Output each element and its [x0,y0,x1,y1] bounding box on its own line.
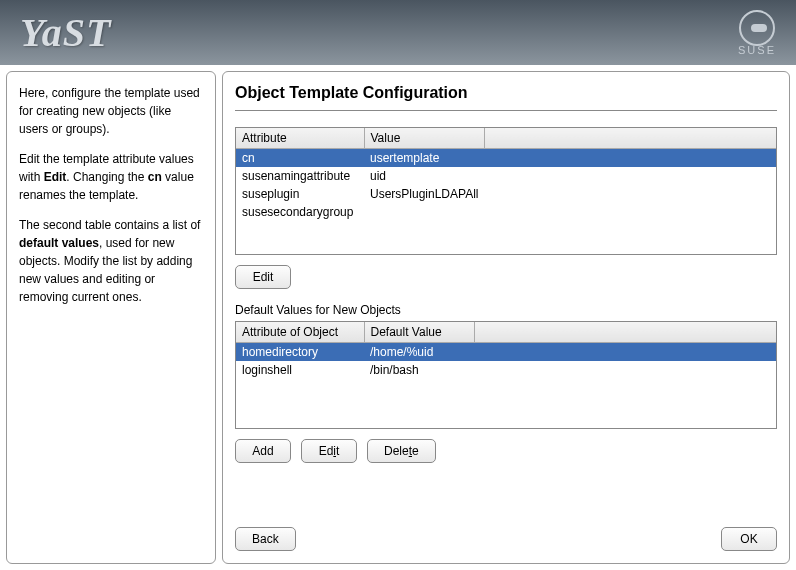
help-p3: The second table contains a list of defa… [19,216,203,306]
col-attribute[interactable]: Attribute [236,128,364,149]
edit-attribute-button[interactable]: Edit [235,265,291,289]
help-sidebar: Here, configure the template used for cr… [6,71,216,564]
cell-attr: loginshell [236,361,364,379]
col-filler [485,128,777,149]
defaults-table: Attribute of Object Default Value homedi… [236,322,776,379]
attributes-table: Attribute Value cnusertemplatesusenaming… [236,128,776,221]
table-row[interactable]: loginshell/bin/bash [236,361,776,379]
cell-val: uid [364,167,485,185]
col-value[interactable]: Value [364,128,485,149]
cell-attr: suseplugin [236,185,364,203]
col-attr-object[interactable]: Attribute of Object [236,322,364,343]
table-row[interactable]: homedirectory/home/%uid [236,343,776,362]
cell-val: /bin/bash [364,361,474,379]
table-row[interactable]: cnusertemplate [236,149,776,168]
cell-val [364,203,485,221]
attributes-table-wrap[interactable]: Attribute Value cnusertemplatesusenaming… [235,127,777,255]
col-filler2 [474,322,776,343]
suse-logo: SUSE [738,10,776,56]
back-button[interactable]: Back [235,527,296,551]
suse-icon [739,10,775,46]
cell-attr: homedirectory [236,343,364,362]
yast-logo: YaST [20,9,111,56]
col-default-value[interactable]: Default Value [364,322,474,343]
ok-button[interactable]: OK [721,527,777,551]
help-p1: Here, configure the template used for cr… [19,84,203,138]
title-separator [235,110,777,111]
defaults-table-wrap[interactable]: Attribute of Object Default Value homedi… [235,321,777,429]
defaults-label: Default Values for New Objects [235,303,777,317]
main-panel: Object Template Configuration Attribute … [222,71,790,564]
cell-attr: susesecondarygroup [236,203,364,221]
page-title: Object Template Configuration [235,84,777,102]
cell-val: /home/%uid [364,343,474,362]
app-header: YaST SUSE [0,0,796,65]
cell-val: usertemplate [364,149,485,168]
add-button[interactable]: Add [235,439,291,463]
edit-default-button[interactable]: Edit [301,439,357,463]
table-row[interactable]: susesecondarygroup [236,203,776,221]
delete-button[interactable]: Delete [367,439,436,463]
cell-attr: cn [236,149,364,168]
table-row[interactable]: susenamingattributeuid [236,167,776,185]
cell-attr: susenamingattribute [236,167,364,185]
help-p2: Edit the template attribute values with … [19,150,203,204]
table-row[interactable]: susepluginUsersPluginLDAPAll [236,185,776,203]
cell-val: UsersPluginLDAPAll [364,185,485,203]
